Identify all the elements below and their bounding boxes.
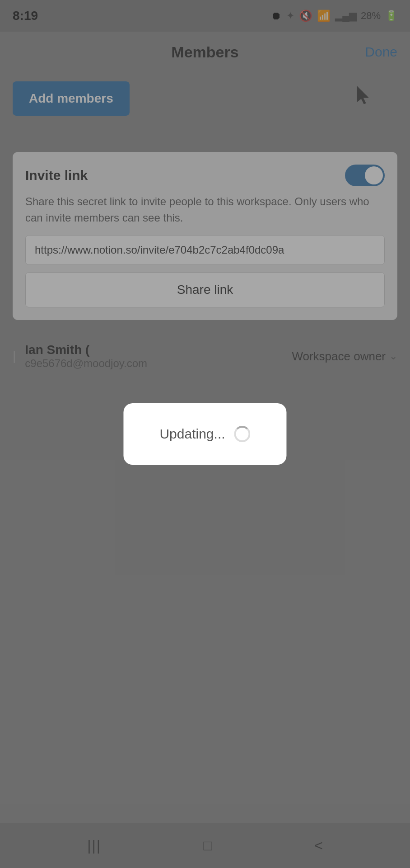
loading-spinner [234,426,251,442]
updating-text: Updating... [159,426,225,442]
updating-modal: Updating... [123,403,286,465]
